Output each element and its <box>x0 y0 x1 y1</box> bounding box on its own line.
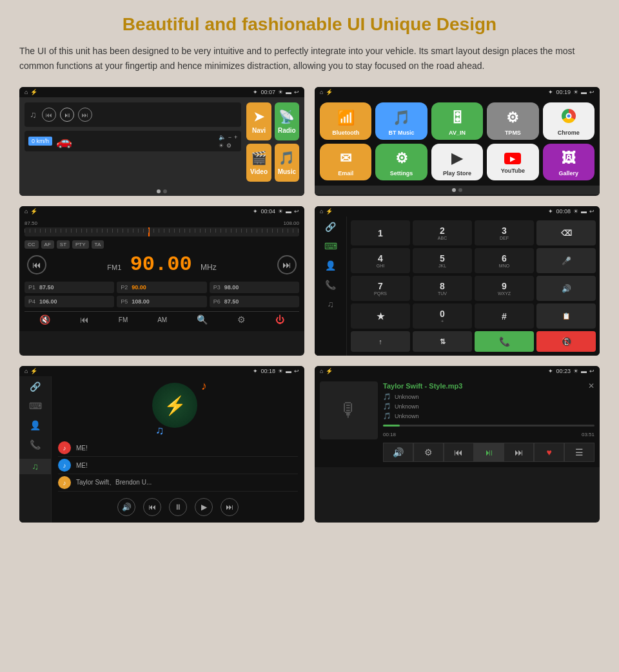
back-icon-4[interactable]: ↩ <box>589 208 594 215</box>
back-icon-2[interactable]: ↩ <box>589 89 594 95</box>
volume-btn[interactable]: 🔊 <box>117 498 135 516</box>
key-8[interactable]: 8TUV <box>413 276 472 301</box>
key-backspace[interactable]: ⌫ <box>536 220 596 245</box>
bt-icon-4: ✦ <box>548 208 553 215</box>
app-chrome[interactable]: Chrome <box>543 102 594 140</box>
presets-grid: P1 87.50 P2 90.00 P3 98.00 P4 106.00 P5 <box>25 282 299 307</box>
search-btn[interactable]: 🔍 <box>197 314 208 325</box>
key-mic[interactable]: 🎤 <box>536 248 596 273</box>
key-5[interactable]: 5JKL <box>413 248 472 273</box>
key-end-call[interactable]: 📵 <box>536 331 596 352</box>
back-icon-6[interactable]: ↩ <box>589 368 594 374</box>
gallery-label: Gallery <box>559 170 579 177</box>
app-avin[interactable]: 🎛 AV_IN <box>431 102 483 140</box>
navi-tile[interactable]: ➤ Navi <box>246 102 271 140</box>
radio-prev-btn[interactable]: ⏮ <box>27 255 46 274</box>
key-6[interactable]: 6MNO <box>475 248 534 273</box>
vol-minus[interactable]: − <box>228 134 231 140</box>
power-btn[interactable]: ⏻ <box>275 314 284 325</box>
music-link-icon[interactable]: 🔗 <box>30 381 41 392</box>
back-icon[interactable]: ↩ <box>294 89 299 95</box>
player-prev-btn[interactable]: ⏮ <box>444 443 474 462</box>
ta-btn[interactable]: TA <box>92 240 104 249</box>
radio-bottom: 🔇 ⏮ FM AM 🔍 ⚙ ⏻ <box>25 311 299 327</box>
key-3[interactable]: 3DEF <box>475 220 534 245</box>
key-star[interactable]: ★ <box>351 303 410 329</box>
player-next-btn[interactable]: ⏭ <box>504 443 534 462</box>
player-eq-btn[interactable]: ⚙ <box>413 443 444 462</box>
music-phone-icon[interactable]: 📞 <box>30 439 41 450</box>
app-email[interactable]: ✉ Email <box>320 144 371 180</box>
player-heart-btn[interactable]: ♥ <box>534 443 564 462</box>
preset-p5[interactable]: P5 108.00 <box>117 296 206 307</box>
radio-tile[interactable]: 📡 Radio <box>275 102 299 140</box>
key-call[interactable]: 📞 <box>475 331 534 352</box>
preset-p4[interactable]: P4 106.00 <box>25 296 114 307</box>
screen-home: ⌂ ⚡ ✦ 00:07 ☀ ▬ ↩ ♫ ⏮ ⏯ ⏭ <box>19 87 304 196</box>
am-mode-btn[interactable]: AM <box>157 316 167 323</box>
preset-p2[interactable]: P2 90.00 <box>117 282 206 293</box>
skip-prev-btn[interactable]: ⏮ <box>80 314 89 325</box>
music-sidebar-icon[interactable]: ♫ <box>327 299 334 309</box>
prev-btn[interactable]: ⏮ <box>42 108 56 122</box>
progress-bar[interactable] <box>383 425 594 427</box>
back-icon-3[interactable]: ↩ <box>294 208 299 215</box>
music-contacts-icon[interactable]: 👤 <box>30 420 41 430</box>
preset-p1[interactable]: P1 87.50 <box>25 282 114 293</box>
video-tile[interactable]: 🎬 Video <box>246 144 271 182</box>
key-7[interactable]: 7PQRS <box>351 276 410 301</box>
tpms-label: TPMS <box>505 130 521 136</box>
key-2[interactable]: 2ABC <box>413 220 472 245</box>
track-item-3: ♪ Taylor Swift、Brendon U... <box>58 474 298 492</box>
player-play-btn[interactable]: ⏯ <box>474 443 504 462</box>
key-hash[interactable]: # <box>475 303 534 329</box>
player-volume-btn[interactable]: 🔊 <box>383 443 413 462</box>
key-4[interactable]: 4GHI <box>351 248 410 273</box>
preset-p3[interactable]: P3 98.00 <box>210 282 299 293</box>
music-sidebar: 🔗 ⌨ 👤 📞 ♫ <box>19 376 52 523</box>
mute-btn[interactable]: 🔇 <box>39 314 50 325</box>
music-keypad-icon[interactable]: ⌨ <box>29 401 42 411</box>
player-list-btn[interactable]: ☰ <box>564 443 594 462</box>
track-item-2: ♪ ME! <box>58 457 298 474</box>
app-playstore[interactable]: ▶ Play Store <box>431 144 483 180</box>
key-0[interactable]: 0+ <box>413 303 472 329</box>
preset-p6[interactable]: P6 87.50 <box>210 296 299 307</box>
call-history-icon[interactable]: 🔗 <box>325 222 336 232</box>
key-clipboard[interactable]: 📋 <box>536 303 596 329</box>
key-swap[interactable]: ⇅ <box>413 331 472 352</box>
key-9[interactable]: 9WXYZ <box>475 276 534 301</box>
af-btn[interactable]: AF <box>41 240 54 249</box>
play-btn[interactable]: ⏯ <box>60 108 74 122</box>
key-up[interactable]: ↑ <box>351 331 410 352</box>
back-icon-5[interactable]: ↩ <box>294 368 299 374</box>
app-settings[interactable]: ⚙ Settings <box>375 144 427 180</box>
key-1[interactable]: 1 <box>351 220 410 245</box>
key-speaker[interactable]: 🔊 <box>536 276 596 301</box>
contacts-icon[interactable]: 👤 <box>325 260 336 271</box>
app-youtube[interactable]: ▶ YouTube <box>487 144 538 180</box>
next-btn[interactable]: ⏭ <box>78 108 92 122</box>
st-btn[interactable]: ST <box>57 240 70 249</box>
cc-btn[interactable]: CC <box>25 240 39 249</box>
music-next-btn[interactable]: ⏭ <box>221 498 239 516</box>
phone-log-icon[interactable]: 📞 <box>325 280 336 290</box>
music-tile[interactable]: 🎵 Music <box>275 144 299 182</box>
vol-plus[interactable]: + <box>234 134 237 140</box>
tpms-icon: ⚙ <box>506 110 519 126</box>
app-btmusic[interactable]: 🎵 BT Music <box>375 102 427 140</box>
music-note-sidebar-icon[interactable]: ♫ <box>19 459 51 474</box>
music-pause-btn[interactable]: ⏸ <box>169 498 187 516</box>
music-play-btn[interactable]: ▶ <box>195 498 213 516</box>
page-dots-2 <box>315 186 600 195</box>
close-player-btn[interactable]: ✕ <box>588 381 594 390</box>
pty-btn[interactable]: PTY <box>72 240 89 249</box>
fm-mode-btn[interactable]: FM <box>119 316 128 323</box>
keypad-icon[interactable]: ⌨ <box>324 241 337 251</box>
eq-ctrl-btn[interactable]: ⚙ <box>237 314 246 325</box>
app-bluetooth[interactable]: 📶 Bluetooth <box>320 102 371 140</box>
radio-next-btn[interactable]: ⏭ <box>277 255 297 274</box>
app-tpms[interactable]: ⚙ TPMS <box>487 102 538 140</box>
music-prev-btn[interactable]: ⏮ <box>143 498 161 516</box>
app-gallery[interactable]: 🖼 Gallery <box>543 144 594 180</box>
